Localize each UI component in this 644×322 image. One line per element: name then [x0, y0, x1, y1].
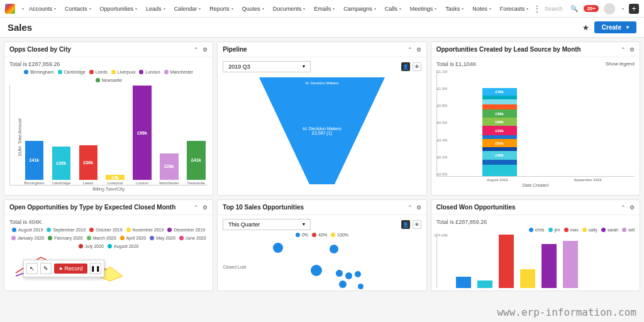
search-icon[interactable]: 🔍: [570, 4, 579, 13]
nav-accounts[interactable]: Accounts: [25, 3, 60, 14]
settings-icon[interactable]: ⚙: [416, 47, 421, 53]
bar-chart: SUM: Total Amount £41kBirmingham£35kCamb…: [9, 85, 208, 186]
data-point[interactable]: [358, 284, 364, 289]
settings-icon[interactable]: ⚙: [630, 204, 635, 211]
settings-icon[interactable]: ⚙: [203, 47, 208, 53]
user-filter-icon[interactable]: 👤: [401, 62, 410, 71]
search-input[interactable]: Search: [545, 6, 563, 12]
data-point[interactable]: [336, 270, 343, 277]
nav-opportunities[interactable]: Opportunities: [96, 3, 142, 14]
segment[interactable]: £88k: [482, 118, 517, 126]
user-avatar[interactable]: [604, 3, 615, 14]
avatar-dropdown[interactable]: [620, 6, 624, 11]
nav-contacts[interactable]: Contacts: [61, 3, 95, 14]
segment[interactable]: [482, 160, 517, 165]
nav-quotes[interactable]: Quotes: [238, 3, 268, 14]
collapse-icon[interactable]: ⌃: [408, 47, 413, 53]
stacked-column[interactable]: £90k£84k£99k£88k£89k£59k: [482, 70, 517, 176]
nav-documents[interactable]: Documents: [269, 3, 309, 14]
nav-meetings[interactable]: Meetings: [406, 3, 441, 14]
collapse-icon[interactable]: ⌃: [194, 204, 199, 211]
user-filter-icon[interactable]: 👤: [401, 220, 410, 229]
screen-recorder-toolbar: ↖ ✎ ● Record ❚❚: [23, 260, 104, 277]
create-button[interactable]: Create: [594, 21, 636, 33]
nav-forecasts[interactable]: Forecasts: [496, 3, 530, 14]
bar[interactable]: [477, 280, 492, 288]
quick-create-button[interactable]: +: [629, 4, 639, 14]
chart-legend: August 2019September 2019October 2019Nov…: [9, 228, 208, 248]
bar[interactable]: [520, 269, 535, 288]
segment[interactable]: [482, 99, 517, 104]
panel-title: Pipeline: [223, 46, 407, 53]
settings-icon[interactable]: ⚙: [203, 204, 208, 211]
chart-legend: chrisjimmaxsallysarahwill: [436, 228, 635, 232]
panel-subtitle: Total is £1,104KShow legend: [436, 61, 635, 67]
x-axis-label: Date Created: [436, 183, 635, 187]
y-axis-label: Closed Lost: [223, 265, 246, 269]
scatter-chart: [248, 240, 421, 291]
logo-dropdown[interactable]: [19, 4, 25, 13]
binoculars-icon[interactable]: 👁: [413, 220, 421, 229]
settings-icon[interactable]: ⚙: [416, 204, 421, 211]
y-ticks: £1.1M£1.0M£0.8M£0.6M£0.4M£0.2M£0.0M: [437, 70, 448, 176]
bar[interactable]: £41k: [187, 141, 206, 180]
segment[interactable]: [482, 165, 517, 176]
show-legend-link[interactable]: Show legend: [606, 61, 635, 67]
bar[interactable]: £99k: [133, 86, 152, 180]
period-dropdown[interactable]: 2019 Q3: [223, 61, 311, 72]
bar[interactable]: [456, 277, 471, 288]
bar[interactable]: £28k: [160, 153, 179, 180]
bar[interactable]: [563, 241, 578, 288]
favorite-icon[interactable]: ★: [582, 23, 589, 32]
record-button[interactable]: ● Record: [54, 264, 87, 274]
app-logo[interactable]: [5, 4, 15, 14]
pause-icon[interactable]: ❚❚: [90, 263, 101, 274]
bar[interactable]: £41k: [25, 141, 44, 180]
nav-menu: AccountsContactsOpportunitiesLeadsCalend…: [25, 3, 530, 14]
segment[interactable]: [482, 104, 517, 109]
panel-subtitle: Total is 404K: [9, 219, 208, 225]
data-point[interactable]: [355, 271, 361, 277]
bar[interactable]: £36k: [79, 145, 98, 180]
data-point[interactable]: [311, 265, 322, 276]
funnel-chart[interactable]: Id. Decision Makers Id. Decision Makers …: [259, 77, 385, 184]
binoculars-icon[interactable]: 👁: [413, 62, 421, 71]
segment[interactable]: £90k: [482, 151, 517, 160]
nav-leads[interactable]: Leads: [142, 3, 169, 14]
segment[interactable]: £89k: [482, 109, 517, 118]
collapse-icon[interactable]: ⌃: [621, 47, 626, 53]
notification-badge[interactable]: 20+: [584, 5, 599, 12]
panel-pipeline: Pipeline ⌃⚙ 2019 Q3 👤 👁 Id. Decision Mak…: [217, 42, 426, 196]
segment[interactable]: £99k: [482, 126, 517, 135]
bar[interactable]: [541, 244, 557, 288]
collapse-icon[interactable]: ⌃: [621, 204, 626, 211]
bar-chart: £74.69k: [436, 235, 635, 288]
period-dropdown[interactable]: This Quarter: [223, 219, 311, 230]
data-point[interactable]: [345, 272, 352, 279]
nav-campaigns[interactable]: Campaigns: [340, 3, 380, 14]
pointer-tool-icon[interactable]: ↖: [26, 263, 38, 274]
bar[interactable]: £35k: [52, 147, 71, 180]
nav-calls[interactable]: Calls: [381, 3, 405, 14]
nav-calendar[interactable]: Calendar: [170, 3, 205, 14]
panel-open-opportunities: Open Opportunities by Type by Expected C…: [4, 199, 213, 291]
panel-title: Top 10 Sales Opportunities: [223, 204, 407, 211]
nav-reports[interactable]: Reports: [206, 3, 237, 14]
nav-tasks[interactable]: Tasks: [441, 3, 467, 14]
nav-notes[interactable]: Notes: [469, 3, 495, 14]
bar[interactable]: [499, 235, 514, 288]
more-icon[interactable]: ⋮: [533, 4, 541, 13]
nav-emails[interactable]: Emails: [310, 3, 338, 14]
segment[interactable]: £59k: [482, 88, 517, 96]
draw-tool-icon[interactable]: ✎: [40, 263, 52, 274]
data-point[interactable]: [273, 243, 283, 253]
collapse-icon[interactable]: ⌃: [408, 204, 413, 211]
data-point[interactable]: [339, 280, 347, 288]
data-point[interactable]: [330, 245, 338, 253]
settings-icon[interactable]: ⚙: [630, 47, 635, 53]
segment[interactable]: £84k: [482, 139, 517, 147]
bar[interactable]: £5k: [106, 175, 125, 180]
collapse-icon[interactable]: ⌃: [194, 47, 199, 53]
x-axis-label: Billing Town/City: [9, 187, 208, 191]
chart-legend: 0%40%100%: [223, 233, 421, 237]
